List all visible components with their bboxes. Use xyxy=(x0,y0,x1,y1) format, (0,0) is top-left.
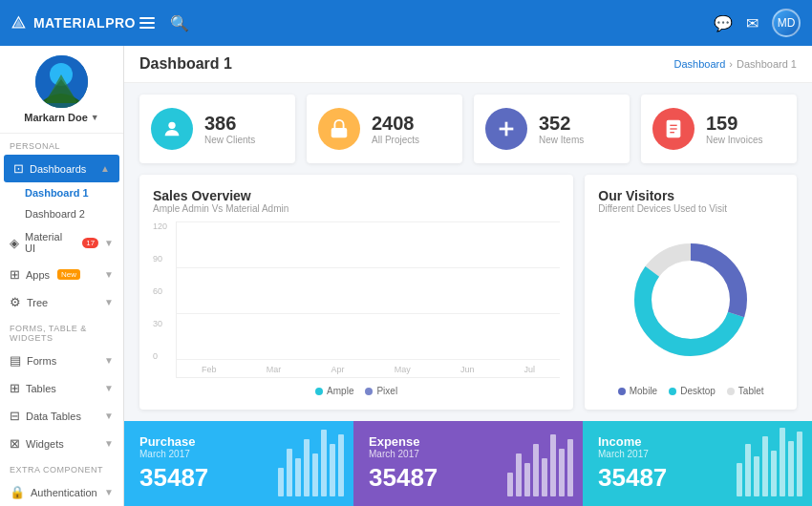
stat-info-clients: 386 New Clients xyxy=(204,113,255,145)
sidebar-item-label: Tables xyxy=(26,383,56,394)
visitors-chart-card: Our Visitors Different Devices Used to V… xyxy=(585,175,797,410)
invoices-icon xyxy=(652,108,694,150)
sidebar-item-label: Forms xyxy=(27,355,56,367)
chevron-icon: ▼ xyxy=(104,297,114,307)
stat-card-projects: 2408 All Projects xyxy=(307,95,462,163)
bottom-card-purchase: Purchase March 2017 35487 xyxy=(124,421,353,506)
charts-row: Sales Overview Ample Admin Vs Material A… xyxy=(124,175,812,421)
chevron-icon: ▲ xyxy=(100,163,110,174)
clients-icon xyxy=(151,108,193,150)
hamburger-menu[interactable] xyxy=(136,13,159,32)
stat-card-items: 352 New Items xyxy=(474,95,630,163)
bottom-row: Purchase March 2017 35487 Expense March … xyxy=(124,421,812,506)
sidebar-subitem-dashboard1[interactable]: Dashboard 1 xyxy=(0,182,123,203)
stat-number-clients: 386 xyxy=(204,113,255,135)
sidebar-item-label: Widgets xyxy=(26,438,64,450)
badge-17: 17 xyxy=(82,238,98,248)
sidebar-item-material-ui[interactable]: ◈ Material UI 17 ▼ xyxy=(0,224,123,261)
sidebar-item-tree[interactable]: ⚙ Tree ▼ xyxy=(0,288,123,316)
chat-icon[interactable]: 💬 xyxy=(714,14,733,32)
breadcrumb-home[interactable]: Dashboard xyxy=(674,58,726,70)
legend-mobile-label: Mobile xyxy=(630,386,657,396)
visitors-chart-title: Our Visitors xyxy=(598,188,783,203)
chevron-icon: ▼ xyxy=(104,438,114,449)
bottom-card-income: Income March 2017 35487 xyxy=(583,421,812,506)
sidebar-item-data-tables[interactable]: ⊟ Data Tables ▼ xyxy=(0,402,123,430)
expense-mini-bars xyxy=(507,434,573,496)
stat-card-clients: 386 New Clients xyxy=(139,95,295,163)
sidebar: Markarn Doe ▼ Personal ⊡ Dashboards ▲ Da… xyxy=(0,46,124,506)
tree-icon: ⚙ xyxy=(10,295,21,309)
search-icon[interactable]: 🔍 xyxy=(170,14,189,32)
desktop-dot xyxy=(669,388,676,395)
income-mini-bars xyxy=(737,428,802,496)
logo-icon xyxy=(11,11,26,34)
sidebar-subitem-dashboard2[interactable]: Dashboard 2 xyxy=(0,203,123,224)
forms-icon: ▤ xyxy=(10,353,21,368)
chevron-icon: ▼ xyxy=(104,411,114,421)
page-title: Dashboard 1 xyxy=(139,55,232,73)
main-layout: Markarn Doe ▼ Personal ⊡ Dashboards ▲ Da… xyxy=(0,46,812,506)
svg-point-6 xyxy=(168,122,175,129)
sales-chart-area: 0 30 60 90 120 xyxy=(153,221,560,378)
mail-icon[interactable]: ✉ xyxy=(746,14,759,32)
user-name: Markarn Doe ▼ xyxy=(24,112,99,123)
stat-number-items: 352 xyxy=(539,113,584,135)
sidebar-item-apps[interactable]: ⊞ Apps New ▼ xyxy=(0,261,123,288)
user-avatar-nav[interactable]: MD xyxy=(772,9,801,37)
stat-number-projects: 2408 xyxy=(372,113,419,135)
legend-tablet-label: Tablet xyxy=(738,386,764,396)
sidebar-item-label: Apps xyxy=(26,269,50,281)
ample-dot xyxy=(315,388,323,395)
donut-chart xyxy=(629,238,753,362)
stat-label-invoices: New Invoices xyxy=(706,135,762,145)
user-avatar xyxy=(35,55,88,108)
avatar-text: MD xyxy=(778,16,796,30)
app-name: MATERIALPRO xyxy=(33,15,136,31)
purchase-mini-bars xyxy=(278,430,344,496)
legend-desktop-label: Desktop xyxy=(680,386,716,396)
personal-section-label: Personal xyxy=(0,134,123,155)
tables-icon: ⊞ xyxy=(10,381,20,395)
breadcrumb: Dashboard › Dashboard 1 xyxy=(674,58,798,70)
sidebar-item-dashboards[interactable]: ⊡ Dashboards ▲ xyxy=(4,155,119,182)
extra-section-label: Extra Component xyxy=(0,457,123,478)
logo-area: MATERIALPRO xyxy=(11,11,136,34)
stat-label-clients: New Clients xyxy=(204,135,255,145)
sidebar-item-forms[interactable]: ▤ Forms ▼ xyxy=(0,347,123,374)
sales-chart-legend: Ample Pixel xyxy=(153,386,560,396)
stat-info-invoices: 159 New Invoices xyxy=(706,113,762,145)
main-content: Dashboard 1 Dashboard › Dashboard 1 386 … xyxy=(124,46,812,506)
stat-card-invoices: 159 New Invoices xyxy=(641,95,797,163)
legend-mobile: Mobile xyxy=(618,386,657,396)
chevron-icon: ▼ xyxy=(104,487,114,497)
svg-rect-7 xyxy=(331,128,348,137)
sidebar-item-label: Dashboards xyxy=(30,163,86,175)
legend-ample-label: Ample xyxy=(327,386,353,396)
stat-info-items: 352 New Items xyxy=(539,113,584,145)
sales-chart-subtitle: Ample Admin Vs Material Admin xyxy=(153,203,560,214)
chevron-down-icon: ▼ xyxy=(91,113,99,122)
legend-ample: Ample xyxy=(315,386,353,396)
sidebar-item-widgets[interactable]: ⊠ Widgets ▼ xyxy=(0,430,123,457)
data-tables-icon: ⊟ xyxy=(10,409,20,423)
top-navigation: MATERIALPRO 🔍 💬 ✉ MD xyxy=(0,0,812,46)
legend-tablet: Tablet xyxy=(727,386,764,396)
stat-label-projects: All Projects xyxy=(372,135,419,145)
sales-chart-title: Sales Overview xyxy=(153,188,560,203)
legend-pixel: Pixel xyxy=(365,386,397,396)
stats-row: 386 New Clients 2408 All Projects 352 xyxy=(124,83,812,175)
nav-left-icons: 🔍 xyxy=(136,13,714,32)
sidebar-item-tables[interactable]: ⊞ Tables ▼ xyxy=(0,374,123,402)
legend-desktop: Desktop xyxy=(669,386,716,396)
breadcrumb-current: Dashboard 1 xyxy=(737,58,797,70)
apps-icon: ⊞ xyxy=(10,267,20,282)
sidebar-item-label: Data Tables xyxy=(26,411,81,422)
mobile-dot xyxy=(618,388,626,395)
donut-container xyxy=(598,221,783,378)
sidebar-item-authentication[interactable]: 🔒 Authentication ▼ xyxy=(0,478,123,506)
auth-icon: 🔒 xyxy=(10,485,25,499)
stat-info-projects: 2408 All Projects xyxy=(372,113,419,145)
chevron-icon: ▼ xyxy=(104,269,114,280)
nav-right-icons: 💬 ✉ MD xyxy=(714,9,801,37)
